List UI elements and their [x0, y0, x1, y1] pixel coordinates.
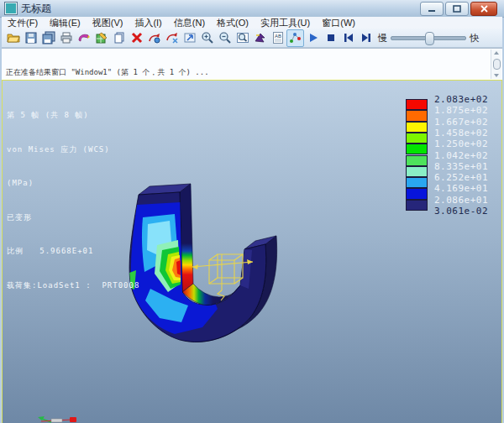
speed-fast-label: 快: [470, 32, 479, 44]
menu-edit[interactable]: 编辑(E): [44, 17, 87, 29]
scroll-grip[interactable]: [493, 59, 501, 70]
speed-slider-track[interactable]: [391, 36, 466, 40]
zoom-in-icon[interactable]: [198, 29, 216, 47]
first-frame-icon[interactable]: [339, 29, 357, 47]
print-icon[interactable]: [57, 29, 75, 47]
message-scrollbar[interactable]: [491, 50, 501, 79]
scroll-down-icon[interactable]: [494, 74, 499, 77]
frame-counter: 第 5 帧 (共 8 帧): [7, 110, 139, 122]
menu-utilities[interactable]: 实用工具(U): [255, 17, 316, 29]
menu-bar: 文件(F) 编辑(E) 视图(V) 插入(I) 信息(N) 格式(O) 实用工具…: [2, 17, 502, 29]
menu-file[interactable]: 文件(F): [2, 17, 44, 29]
zoom-window-icon[interactable]: [234, 29, 251, 47]
graphics-area[interactable]: 第 5 帧 (共 8 帧) von Mises 应力 (WCS) (MPa) 已…: [2, 80, 502, 423]
orient-view-icon[interactable]: [251, 29, 269, 47]
copy-icon[interactable]: [110, 29, 128, 47]
result-overlay: 第 5 帧 (共 8 帧) von Mises 应力 (WCS) (MPa) 已…: [7, 87, 139, 314]
annotation-icon[interactable]: AB: [269, 29, 286, 47]
menu-info[interactable]: 信息(N): [168, 17, 211, 29]
zoom-out-icon[interactable]: [216, 29, 234, 47]
maximize-button[interactable]: [445, 2, 469, 16]
play-icon[interactable]: [304, 29, 322, 47]
animation-path-icon[interactable]: [286, 29, 304, 47]
speed-slow-label: 慢: [378, 32, 387, 44]
refresh-results-icon[interactable]: [163, 29, 181, 47]
toolbar: AB 慢 快: [2, 29, 502, 48]
menu-insert[interactable]: 插入(I): [129, 17, 167, 29]
open-folder-icon[interactable]: [4, 29, 22, 47]
svg-text:AB: AB: [275, 34, 281, 39]
update-results-icon[interactable]: [145, 29, 163, 47]
loadset-name: 载荷集:LoadSet1 : PRT0008: [7, 280, 139, 292]
menu-format[interactable]: 格式(O): [211, 17, 255, 29]
message-area: 正在准备结果窗口 "Window1" (第 1 个，共 1 个) ... 正在处…: [2, 48, 502, 80]
window-title: 无标题: [21, 2, 51, 16]
speed-slider-thumb[interactable]: [425, 32, 434, 45]
delete-icon[interactable]: [128, 29, 145, 47]
save-all-icon[interactable]: [39, 29, 57, 47]
menu-view[interactable]: 视图(V): [87, 17, 129, 29]
title-bar[interactable]: 无标题: [0, 0, 504, 18]
deformed-flag: 已变形: [7, 212, 139, 224]
last-frame-icon[interactable]: [357, 29, 375, 47]
csys-triad: [38, 416, 76, 422]
save-icon[interactable]: [22, 29, 39, 47]
export-image-icon[interactable]: [75, 29, 92, 47]
edit-definition-icon[interactable]: [92, 29, 110, 47]
message-line: 正在准备结果窗口 "Window1" (第 1 个，共 1 个) ...: [6, 69, 209, 77]
display-box-icon[interactable]: [181, 29, 198, 47]
deform-scale: 比例 5.9668E+01: [7, 246, 139, 258]
result-quantity: von Mises 应力 (WCS): [7, 144, 139, 156]
close-button[interactable]: [470, 2, 497, 16]
stop-icon[interactable]: [322, 29, 339, 47]
scroll-up-icon[interactable]: [494, 51, 499, 55]
result-units: (MPa): [7, 178, 139, 190]
menu-window[interactable]: 窗口(W): [316, 17, 361, 29]
minimize-button[interactable]: [420, 2, 444, 16]
app-window-icon: [5, 3, 17, 14]
